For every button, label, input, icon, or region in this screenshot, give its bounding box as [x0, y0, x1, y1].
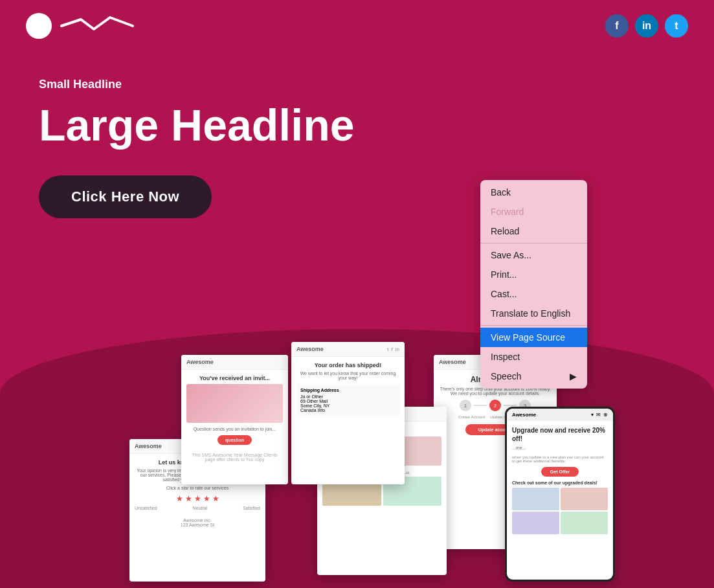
card-invite-footer-text: This SMS Awesome Year Message Clients — [186, 453, 283, 457]
rating-label-satisfied: Satisfied — [243, 506, 260, 510]
star-rating-row: ★ ★ ★ ★ ★ — [135, 494, 260, 503]
social-icons: f in t — [605, 14, 688, 38]
mobile-product-1 — [512, 488, 559, 510]
card-mobile-grid — [512, 488, 608, 534]
context-menu-back[interactable]: Back — [480, 183, 587, 202]
star-5: ★ — [212, 494, 219, 503]
card-order-title: Your order has shipped! — [296, 362, 399, 368]
card-order-name: Jo or Other — [300, 394, 396, 399]
card-survey-footer-text: Awesome Inc. — [135, 518, 260, 523]
twitter-icon[interactable]: t — [665, 14, 688, 38]
logo-area — [26, 13, 136, 39]
context-menu-print[interactable]: Print... — [480, 265, 587, 284]
card-almost-done-brand: Awesome — [439, 359, 466, 365]
card-mobile-brand: Awesome — [512, 412, 536, 418]
context-menu-divider-2 — [480, 325, 587, 326]
email-card-order: Awesome tfin Your order has shipped! We … — [291, 342, 405, 484]
card-order-subtitle: We want to let you know that your order … — [296, 371, 399, 380]
card-invite-brand: Awesome — [186, 359, 214, 365]
card-order-shipping-label: Shipping Address — [300, 388, 396, 392]
step-1-circle: 1 — [460, 400, 471, 411]
star-1: ★ — [176, 494, 183, 503]
linkedin-icon[interactable]: in — [635, 14, 658, 38]
card-order-country: Canada Info — [300, 408, 396, 413]
step-1-label: Create Account — [458, 415, 485, 419]
step-2-circle: 2 — [489, 400, 501, 411]
card-order-header: Awesome tfin — [291, 342, 405, 357]
card-mobile-body: Upgrade now and receive 20% off! ...me..… — [507, 421, 613, 539]
card-order-icons: tfin — [387, 346, 399, 352]
card-mobile-description: when you update to a new plan you can yo… — [512, 455, 608, 463]
mobile-product-3 — [512, 512, 559, 534]
star-2: ★ — [185, 494, 192, 503]
large-headline: Large Headline — [39, 101, 675, 150]
context-menu-reload[interactable]: Reload — [480, 221, 587, 241]
card-invite-subtitle: Question sends you an invitation to join… — [186, 427, 283, 431]
card-mobile-check-label: Check out some of our upgraded deals! — [512, 481, 608, 485]
context-menu-divider-1 — [480, 243, 587, 243]
card-survey-footer: Awesome Inc. 123 Awesome St — [129, 515, 265, 532]
email-previews: Awesome tfin Let us know what you think!… — [117, 310, 714, 588]
card-order-address1: 69 Other Mail — [300, 399, 396, 403]
card-mobile-icons: ▾✉⊕ — [591, 412, 608, 418]
card-survey-address: 123 Awesome St — [135, 523, 260, 527]
card-order-address2: Some City, NY — [300, 403, 396, 408]
card-survey-cta-label: Click a star to rate our services — [135, 486, 260, 490]
card-order-shipping-info: Shipping Address Jo or Other 69 Other Ma… — [296, 384, 399, 416]
card-mobile-cta[interactable]: Get Offer — [541, 467, 579, 477]
context-menu-speech[interactable]: Speech ▶ — [480, 367, 587, 386]
email-card-invite: Awesome You've received an invit... Ques… — [181, 355, 288, 484]
card-invite-body: You've received an invit... Question sen… — [181, 370, 288, 450]
mobile-product-4 — [561, 512, 608, 534]
facebook-icon[interactable]: f — [605, 14, 629, 38]
logo-lightning-icon — [58, 16, 136, 36]
context-menu: Back Forward Reload Save As... Print... … — [480, 180, 587, 389]
context-menu-inspect[interactable]: Inspect — [480, 347, 587, 367]
card-invite-title: You've received an invit... — [186, 375, 283, 381]
context-menu-save-as[interactable]: Save As... — [480, 245, 587, 265]
email-card-mobile-upgrade: Awesome ▾✉⊕ Upgrade now and receive 20% … — [505, 407, 615, 582]
card-mobile-subtitle: ...me... — [512, 446, 608, 450]
card-order-body: Your order has shipped! We want to let y… — [291, 357, 405, 422]
rating-label-neutral: Neutral — [193, 506, 208, 510]
card-invite-cta[interactable]: question — [218, 435, 252, 445]
context-menu-forward[interactable]: Forward — [480, 202, 587, 221]
hero-section: Small Headline Large Headline Click Here… — [0, 52, 714, 244]
card-invite-image — [186, 384, 283, 423]
context-menu-view-source[interactable]: View Page Source — [480, 328, 587, 347]
card-survey-brand: Awesome — [135, 443, 162, 449]
card-mobile-title: Upgrade now and receive 20% off! — [512, 426, 608, 443]
step-line-1 — [474, 405, 487, 406]
card-invite-unsubscribe: page after clients to You copy — [186, 457, 283, 462]
logo-circle — [26, 13, 52, 39]
rating-label-unsatisfied: Unsatisfied — [135, 506, 157, 510]
card-invite-header: Awesome — [181, 355, 288, 370]
star-3: ★ — [194, 494, 201, 503]
small-headline: Small Headline — [39, 78, 675, 91]
star-4: ★ — [203, 494, 210, 503]
card-invite-footer: This SMS Awesome Year Message Clients pa… — [181, 450, 288, 464]
context-menu-cast[interactable]: Cast... — [480, 284, 587, 304]
card-order-brand: Awesome — [296, 346, 324, 352]
card-mobile-header: Awesome ▾✉⊕ — [507, 409, 613, 421]
step-line-2 — [504, 405, 517, 406]
mobile-product-2 — [561, 488, 608, 510]
context-menu-translate[interactable]: Translate to English — [480, 304, 587, 323]
page-header: f in t — [0, 0, 714, 52]
cta-button[interactable]: Click Here Now — [39, 175, 212, 218]
